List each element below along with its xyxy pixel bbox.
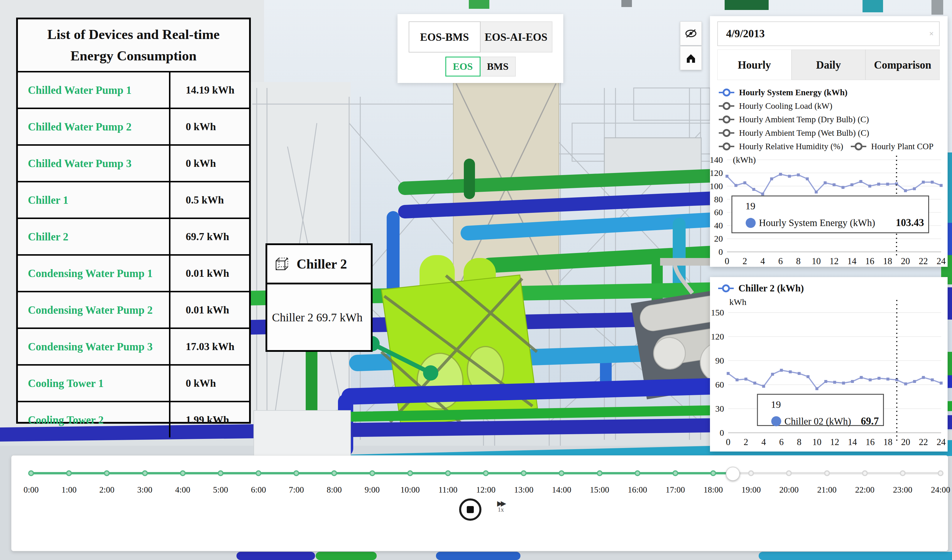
- data-point: [886, 183, 889, 185]
- timeline-thumb[interactable]: [726, 467, 740, 481]
- svg-text:0: 0: [720, 428, 724, 437]
- timeline-tick[interactable]: [331, 470, 337, 476]
- home-view-button[interactable]: [680, 46, 702, 70]
- legend-item[interactable]: Hourly Plant COP: [851, 142, 933, 151]
- legend-label: Hourly Relative Humidity (%): [739, 142, 843, 151]
- timeline-tick[interactable]: [900, 470, 906, 476]
- data-point: [798, 372, 801, 375]
- svg-text:(kWh): (kWh): [733, 155, 756, 165]
- legend-marker-icon: [719, 116, 734, 123]
- svg-text:4: 4: [761, 437, 766, 447]
- date-input[interactable]: 4/9/2013 ×: [717, 22, 940, 46]
- timeline-tick[interactable]: [142, 470, 148, 476]
- svg-text:20: 20: [714, 234, 723, 243]
- timeline-tick[interactable]: [824, 470, 830, 476]
- data-point: [788, 175, 791, 178]
- eos-bms-button[interactable]: EOS-BMS: [409, 22, 481, 52]
- timeline-tick[interactable]: [407, 470, 413, 476]
- timeline-tick[interactable]: [255, 470, 261, 476]
- data-point: [797, 174, 800, 176]
- table-row[interactable]: Chilled Water Pump 114.19 kWh: [18, 73, 249, 109]
- timeline-tick[interactable]: [66, 470, 72, 476]
- svg-text:120: 120: [710, 168, 723, 178]
- visibility-toggle-button[interactable]: [680, 22, 702, 45]
- svg-text:90: 90: [715, 356, 724, 365]
- bms-button[interactable]: BMS: [481, 57, 516, 77]
- svg-text:0: 0: [719, 247, 723, 256]
- stop-button[interactable]: [459, 498, 481, 521]
- table-row[interactable]: Cooling Tower 10 kWh: [18, 366, 249, 402]
- timeline-tick[interactable]: [218, 470, 224, 476]
- legend-item[interactable]: Hourly Relative Humidity (%): [719, 142, 843, 151]
- timeline-tick[interactable]: [180, 470, 186, 476]
- tab-comparison[interactable]: Comparison: [865, 49, 940, 80]
- hour-label: 3:00: [129, 485, 161, 495]
- table-row[interactable]: Chiller 10.5 kWh: [18, 182, 249, 219]
- hour-label: 5:00: [204, 485, 237, 495]
- legend-item[interactable]: Hourly Ambient Temp (Wet Bulb) (C): [719, 128, 869, 138]
- svg-text:24: 24: [937, 256, 946, 266]
- tab-hourly[interactable]: Hourly: [717, 49, 791, 80]
- table-row[interactable]: Cooling Tower 21.99 kWh: [18, 402, 249, 437]
- svg-text:0: 0: [725, 256, 729, 266]
- timeline-tick[interactable]: [445, 470, 451, 476]
- hour-label: 20:00: [773, 485, 805, 495]
- data-point: [806, 177, 809, 180]
- callout-detail: Chiller 2 69.7 kWh: [267, 284, 371, 350]
- legend-item[interactable]: Hourly System Energy (kWh): [719, 88, 848, 97]
- timeline-tick[interactable]: [28, 470, 34, 476]
- eos-button[interactable]: EOS: [445, 57, 481, 77]
- table-row[interactable]: Condensing Water Pump 317.03 kWh: [18, 329, 249, 366]
- timeline-tick[interactable]: [786, 470, 792, 476]
- data-point: [833, 381, 836, 384]
- timeline-tick[interactable]: [635, 470, 640, 476]
- svg-text:22: 22: [919, 437, 928, 447]
- legend-item[interactable]: Hourly Ambient Temp (Dry Bulb) (C): [719, 115, 869, 124]
- callout-title: Chiller 2: [297, 256, 347, 272]
- timeline-tick[interactable]: [369, 470, 375, 476]
- playback-speed-button[interactable]: ▶▶ 1x: [492, 500, 510, 512]
- timeline-tick[interactable]: [672, 470, 678, 476]
- data-point: [841, 186, 844, 189]
- chiller2-energy-chart[interactable]: 0306090120150kWh02468101214161820222419C…: [710, 296, 947, 450]
- data-point: [807, 375, 810, 378]
- tab-daily[interactable]: Daily: [791, 49, 866, 80]
- data-point: [816, 387, 819, 390]
- table-row[interactable]: Condensing Water Pump 10.01 kWh: [18, 256, 249, 292]
- svg-text:100: 100: [710, 181, 723, 191]
- timeline-tick[interactable]: [521, 470, 527, 476]
- date-clear-icon[interactable]: ×: [929, 22, 934, 45]
- svg-text:140: 140: [710, 155, 723, 165]
- timeline-tick[interactable]: [710, 470, 716, 476]
- table-row[interactable]: Chilled Water Pump 20 kWh: [18, 109, 249, 146]
- table-row[interactable]: Chiller 269.7 kWh: [18, 219, 249, 256]
- timeline-tick[interactable]: [483, 470, 489, 476]
- hourly-system-energy-chart[interactable]: 020406080100120140(kWh)02468101214161820…: [710, 154, 947, 266]
- data-point: [761, 193, 764, 196]
- table-row[interactable]: Chilled Water Pump 30 kWh: [18, 146, 249, 182]
- legend-item[interactable]: Hourly Cooling Load (kW): [719, 101, 832, 111]
- svg-text:18: 18: [883, 437, 892, 447]
- hour-label: 13:00: [507, 485, 540, 495]
- data-point: [743, 182, 746, 184]
- chiller2-legend-item[interactable]: Chiller 2 (kWh): [718, 283, 804, 294]
- svg-text:80: 80: [714, 194, 723, 204]
- timeline-tick[interactable]: [294, 470, 299, 476]
- home-icon: [685, 52, 697, 65]
- timeline-tick[interactable]: [104, 470, 110, 476]
- timeline-tick[interactable]: [597, 470, 603, 476]
- data-point: [878, 377, 881, 380]
- timeline-tick[interactable]: [559, 470, 564, 476]
- svg-text:16: 16: [865, 256, 874, 266]
- device-energy-value: 1.99 kWh: [170, 402, 249, 437]
- timeline-tick[interactable]: [862, 470, 868, 476]
- data-point: [922, 376, 925, 379]
- device-energy-value: 0.01 kWh: [170, 292, 249, 327]
- data-point: [770, 177, 773, 180]
- eos-ai-eos-button[interactable]: EOS-AI-EOS: [481, 22, 552, 52]
- timeline-tick[interactable]: [938, 470, 943, 476]
- table-row[interactable]: Condensing Water Pump 20.01 kWh: [18, 292, 249, 329]
- device-energy-value: 0 kWh: [170, 109, 249, 144]
- timeline-tick[interactable]: [748, 470, 754, 476]
- svg-text:60: 60: [714, 207, 723, 217]
